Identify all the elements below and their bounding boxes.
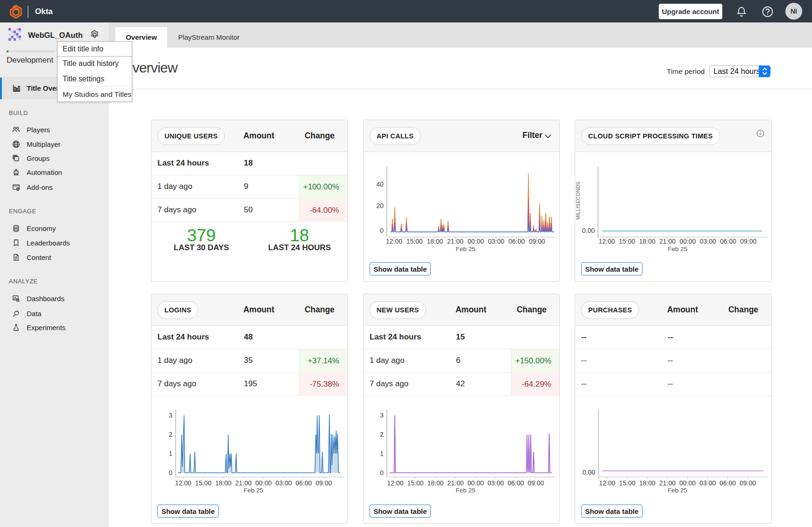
svg-text:03:00: 03:00 [700, 238, 716, 245]
svg-text:20: 20 [376, 202, 384, 209]
svg-text:2: 2 [169, 431, 172, 438]
svg-text:03:00: 03:00 [487, 479, 504, 487]
svg-text:18:00: 18:00 [427, 479, 443, 487]
svg-text:2: 2 [380, 431, 384, 438]
svg-text:21:00: 21:00 [659, 479, 676, 487]
svg-text:12:00: 12:00 [598, 238, 615, 245]
svg-text:1: 1 [380, 450, 384, 457]
svg-text:09:00: 09:00 [740, 479, 756, 487]
svg-text:09:00: 09:00 [740, 238, 756, 245]
svg-text:12:00: 12:00 [599, 479, 615, 487]
svg-text:15:00: 15:00 [195, 479, 211, 487]
svg-text:21:00: 21:00 [659, 238, 676, 245]
svg-text:0: 0 [380, 469, 384, 476]
svg-text:00:00: 00:00 [468, 238, 484, 245]
svg-text:40: 40 [376, 180, 384, 188]
svg-text:06:00: 06:00 [719, 479, 736, 487]
svg-text:Feb 25: Feb 25 [456, 487, 475, 494]
svg-text:12:00: 12:00 [175, 479, 191, 487]
svg-text:00:00: 00:00 [679, 238, 696, 245]
svg-text:MILLISECONDS: MILLISECONDS [575, 181, 581, 220]
svg-text:18:00: 18:00 [639, 238, 655, 245]
svg-text:06:00: 06:00 [508, 238, 525, 245]
svg-text:3: 3 [380, 411, 384, 419]
svg-text:06:00: 06:00 [507, 479, 524, 487]
svg-text:0.00: 0.00 [582, 227, 595, 234]
svg-text:03:00: 03:00 [488, 238, 504, 245]
svg-text:Feb 25: Feb 25 [668, 487, 687, 494]
svg-text:21:00: 21:00 [235, 479, 251, 487]
svg-text:00:00: 00:00 [679, 479, 696, 487]
svg-text:15:00: 15:00 [619, 479, 635, 487]
svg-text:Feb 25: Feb 25 [668, 245, 687, 253]
svg-text:12:00: 12:00 [387, 479, 403, 487]
svg-text:1: 1 [169, 450, 172, 457]
svg-text:03:00: 03:00 [275, 479, 292, 487]
svg-text:09:00: 09:00 [527, 479, 544, 487]
svg-text:Feb 25: Feb 25 [456, 245, 475, 253]
svg-text:18:00: 18:00 [639, 479, 655, 487]
svg-text:15:00: 15:00 [406, 238, 423, 245]
svg-text:0: 0 [169, 469, 172, 476]
svg-text:0.00: 0.00 [583, 469, 595, 476]
svg-text:Feb 25: Feb 25 [243, 487, 263, 494]
svg-text:09:00: 09:00 [529, 238, 545, 245]
svg-text:0: 0 [380, 227, 384, 234]
svg-text:06:00: 06:00 [720, 238, 736, 245]
svg-text:00:00: 00:00 [467, 479, 484, 487]
svg-text:03:00: 03:00 [699, 479, 716, 487]
svg-text:00:00: 00:00 [255, 479, 271, 487]
svg-text:21:00: 21:00 [447, 479, 463, 487]
svg-text:3: 3 [169, 411, 172, 419]
svg-text:15:00: 15:00 [407, 479, 423, 487]
svg-text:09:00: 09:00 [315, 479, 332, 487]
svg-text:18:00: 18:00 [427, 238, 443, 245]
svg-text:15:00: 15:00 [619, 238, 635, 245]
svg-text:18:00: 18:00 [215, 479, 231, 487]
svg-text:21:00: 21:00 [447, 238, 463, 245]
svg-text:06:00: 06:00 [295, 479, 312, 487]
svg-text:12:00: 12:00 [386, 238, 402, 245]
